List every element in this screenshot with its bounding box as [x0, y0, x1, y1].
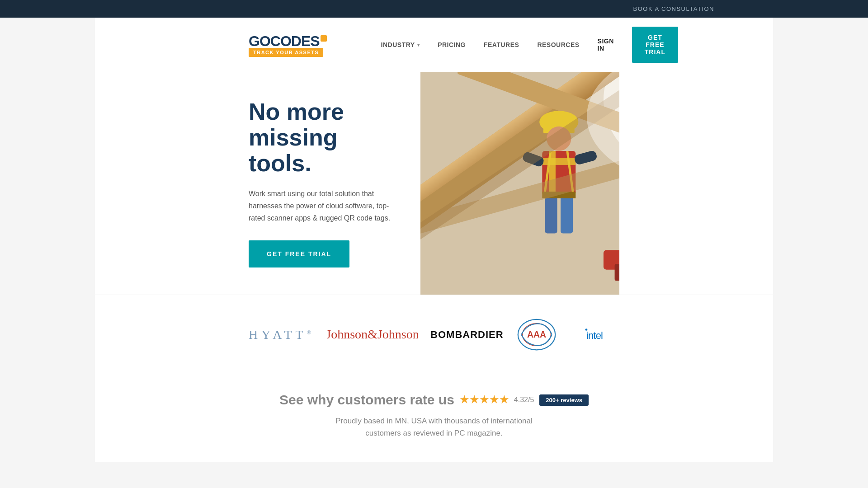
hero-illustration: [420, 72, 619, 295]
reviews-badge[interactable]: 200+ reviews: [539, 394, 589, 406]
hero-content: No more missing tools. Work smart using …: [249, 72, 420, 295]
star-4: ★: [490, 394, 499, 406]
rating-score: 4.32/5: [514, 396, 534, 404]
svg-text:intel: intel: [586, 330, 603, 341]
svg-text:AAA: AAA: [527, 329, 546, 339]
star-5-half: ★: [500, 394, 509, 406]
nav: INDUSTRY ▾ PRICING FEATURES RESOURCES SI…: [381, 27, 678, 63]
rating-subtitle-line1: Proudly based in MN, USA with thousands …: [95, 415, 773, 427]
rating-section: See why customers rate us ★ ★ ★ ★ ★ 4.32…: [95, 374, 773, 462]
nav-resources[interactable]: RESOURCES: [537, 41, 579, 48]
svg-point-33: [585, 328, 588, 331]
hero-free-trial-button[interactable]: GET FREE TRIAL: [249, 240, 349, 267]
star-1: ★: [460, 394, 469, 406]
header-free-trial-button[interactable]: GET FREE TRIAL: [632, 27, 678, 63]
logo-codes: CODES: [270, 33, 320, 50]
intel-logo: intel: [570, 318, 619, 352]
rating-title: See why customers rate us ★ ★ ★ ★ ★ 4.32…: [95, 392, 773, 408]
hyatt-logo: HYATT®: [249, 328, 315, 342]
rating-subtitle-line2: customers as reviewed in PC magazine.: [95, 427, 773, 439]
consultation-link[interactable]: BOOK A CONSULTATION: [633, 5, 714, 12]
logos-section: HYATT® Johnson&Johnson BOMBARDIER: [95, 295, 773, 374]
logo-text: GO CODES: [249, 33, 327, 50]
svg-text:Johnson&Johnson: Johnson&Johnson: [327, 327, 418, 341]
logo-dot-icon: [321, 35, 327, 42]
logo-go: GO: [249, 33, 270, 50]
bombardier-logo: BOMBARDIER: [430, 329, 504, 341]
star-2: ★: [470, 394, 479, 406]
nav-features[interactable]: FEATURES: [484, 41, 519, 48]
svg-rect-20: [615, 264, 619, 281]
aaa-logo: AAA: [516, 318, 557, 352]
logo-tagline: TRACK YOUR ASSETS: [249, 48, 323, 57]
nav-signin[interactable]: SIGN IN: [598, 38, 614, 52]
hero-image: [420, 72, 619, 295]
svg-rect-14: [545, 194, 557, 233]
chevron-down-icon: ▾: [417, 42, 420, 47]
svg-rect-10: [542, 158, 576, 165]
top-bar: BOOK A CONSULTATION: [0, 0, 868, 18]
hero-description: Work smart using our total solution that…: [249, 188, 402, 225]
logo[interactable]: GO CODES TRACK YOUR ASSETS: [249, 33, 327, 57]
nav-pricing[interactable]: PRICING: [438, 41, 466, 48]
hero-title: No more missing tools.: [249, 99, 402, 177]
nav-industry[interactable]: INDUSTRY ▾: [381, 41, 420, 48]
star-3: ★: [480, 394, 489, 406]
hero-section: No more missing tools. Work smart using …: [95, 72, 773, 295]
johnson-johnson-logo: Johnson&Johnson: [327, 321, 418, 348]
star-rating: ★ ★ ★ ★ ★: [460, 394, 509, 406]
rating-title-text: See why customers rate us: [279, 392, 454, 408]
header: GO CODES TRACK YOUR ASSETS INDUSTRY ▾ PR…: [95, 18, 773, 72]
svg-rect-15: [561, 194, 573, 233]
